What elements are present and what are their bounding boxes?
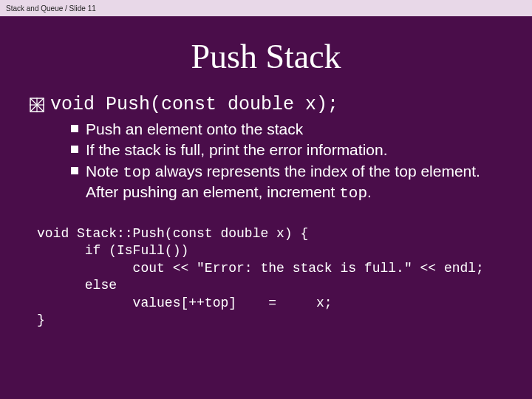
function-signature: void Push(const double x); [50,94,338,115]
breadcrumb: Stack and Queue / Slide 11 [6,4,96,13]
main-bullet: void Push(const double x); [30,94,510,115]
sub-bullet-list: Push an element onto the stack If the st… [71,120,510,203]
text-fragment: . [367,183,372,200]
code-line: void Stack::Push(const double x) { [37,225,510,242]
code-block: void Stack::Push(const double x) { if (I… [30,225,510,329]
star-box-icon [30,98,44,112]
list-item: Push an element onto the stack [71,120,510,139]
breadcrumb-bar: Stack and Queue / Slide 11 [0,0,532,16]
code-line: else [37,277,510,294]
text-fragment: Note [86,163,123,180]
list-item: If the stack is full, print the error in… [71,140,510,160]
slide: Stack and Queue / Slide 11 Push Stack vo… [0,0,532,399]
code-line: cout << "Error: the stack is full." << e… [37,260,510,277]
code-line: if (IsFull()) [37,242,510,259]
inline-code: top [123,164,151,181]
slide-content: void Push(const double x); Push an eleme… [0,94,532,329]
code-line: values[++top] = x; [37,295,510,312]
list-item: Note top always represents the index of … [71,162,510,204]
code-line: } [37,312,510,329]
inline-code: top [339,185,367,202]
slide-title: Push Stack [0,37,532,76]
